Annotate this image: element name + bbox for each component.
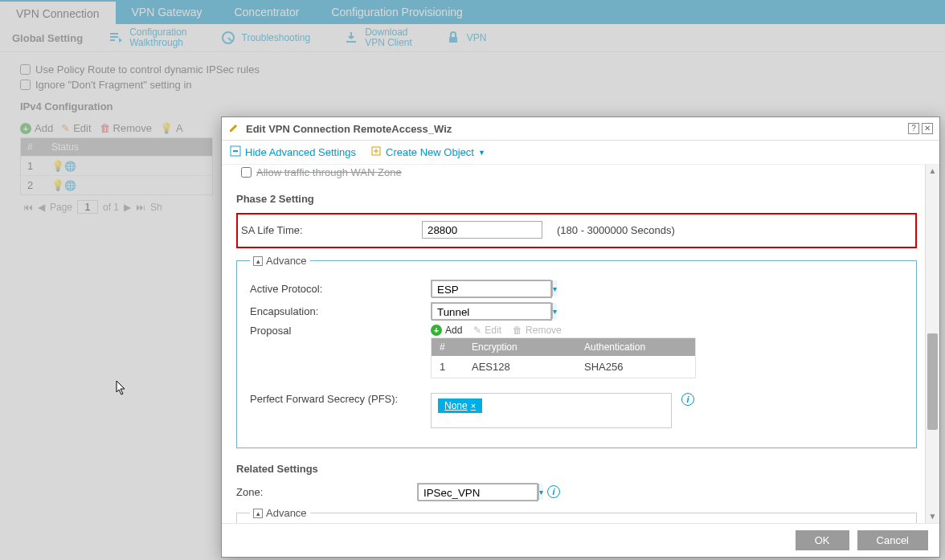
cancel-button[interactable]: Cancel xyxy=(857,530,928,550)
pfs-input[interactable]: None × xyxy=(431,393,672,428)
pfs-tag[interactable]: None × xyxy=(438,399,482,413)
create-obj-label: Create New Object xyxy=(386,146,474,158)
scroll-down-icon[interactable]: ▼ xyxy=(926,510,939,523)
sa-life-input[interactable] xyxy=(422,221,542,239)
hide-adv-label: Hide Advanced Settings xyxy=(245,146,356,158)
dialog-toolbar: Hide Advanced Settings Create New Object… xyxy=(222,141,939,165)
row-auth: SHA256 xyxy=(584,361,687,373)
new-object-icon xyxy=(370,145,382,159)
advance2-legend[interactable]: ▴ Advance xyxy=(250,507,310,519)
col-encryption: Encryption xyxy=(472,341,584,353)
edit-label: Edit xyxy=(485,325,501,336)
col-auth: Authentication xyxy=(584,341,687,353)
encapsulation-label: Encapsulation: xyxy=(250,305,431,317)
scroll-thumb[interactable] xyxy=(927,333,938,430)
edit-vpn-dialog: Edit VPN Connection RemoteAccess_Wiz ? ✕… xyxy=(221,116,940,558)
zone-select[interactable]: ▾ xyxy=(417,483,538,501)
advance-legend[interactable]: ▴ Advance xyxy=(250,255,310,267)
proposal-remove-button: 🗑Remove xyxy=(513,325,562,336)
encapsulation-value[interactable] xyxy=(432,303,552,321)
row-enc: AES128 xyxy=(472,361,584,373)
advance-fieldset: ▴ Advance Active Protocol: ▾ Encapsulati… xyxy=(236,255,917,448)
dialog-body: Allow traffic through WAN Zone Phase 2 S… xyxy=(222,165,939,523)
plus-icon: + xyxy=(431,325,442,336)
chevron-down-icon[interactable]: ▾ xyxy=(552,280,557,296)
collapse-toggle-icon[interactable]: ▴ xyxy=(253,256,263,266)
info-icon[interactable]: i xyxy=(547,485,560,498)
hide-advanced-button[interactable]: Hide Advanced Settings xyxy=(230,145,356,159)
trash-icon: 🗑 xyxy=(513,325,522,336)
edit-icon xyxy=(228,122,241,135)
row-num: 1 xyxy=(440,361,472,373)
dialog-title: Edit VPN Connection RemoteAccess_Wiz xyxy=(246,123,906,135)
chevron-down-icon[interactable]: ▾ xyxy=(552,303,557,319)
chevron-down-icon: ▼ xyxy=(478,149,485,157)
truncated-row: Allow traffic through WAN Zone xyxy=(236,166,917,178)
sa-life-label: SA Life Time: xyxy=(241,224,422,236)
col-num: # xyxy=(440,341,472,353)
pfs-value: None xyxy=(444,400,468,411)
dialog-footer: OK Cancel xyxy=(222,523,939,557)
remove-tag-icon[interactable]: × xyxy=(471,401,476,411)
create-object-button[interactable]: Create New Object ▼ xyxy=(370,145,485,159)
proposal-add-button[interactable]: +Add xyxy=(431,325,462,336)
proposal-toolbar: +Add ✎Edit 🗑Remove xyxy=(431,325,696,336)
proposal-header: # Encryption Authentication xyxy=(432,338,695,356)
scroll-up-icon[interactable]: ▲ xyxy=(926,165,939,178)
help-button[interactable]: ? xyxy=(908,123,919,134)
related-heading: Related Settings xyxy=(236,463,917,475)
active-protocol-value[interactable] xyxy=(432,280,552,298)
table-row[interactable]: 1 AES128 SHA256 xyxy=(432,356,695,378)
phase2-heading: Phase 2 Setting xyxy=(236,193,917,205)
ok-button[interactable]: OK xyxy=(796,530,849,550)
collapse-toggle-icon[interactable]: ▴ xyxy=(253,509,263,518)
active-protocol-select[interactable]: ▾ xyxy=(431,280,551,297)
proposal-table: # Encryption Authentication 1 AES128 SHA… xyxy=(431,337,696,378)
dialog-header: Edit VPN Connection RemoteAccess_Wiz ? ✕ xyxy=(222,117,939,141)
proposal-edit-button: ✎Edit xyxy=(473,325,501,336)
proposal-label: Proposal xyxy=(250,325,431,337)
vertical-scrollbar[interactable]: ▲ ▼ xyxy=(925,165,939,523)
add-label: Add xyxy=(445,325,462,336)
collapse-icon xyxy=(230,145,241,159)
pfs-label: Perfect Forward Secrecy (PFS): xyxy=(250,393,431,405)
advance2-fieldset: ▴ Advance Inbound/Outbound traffic NAT xyxy=(236,507,917,523)
info-icon[interactable]: i xyxy=(681,393,694,406)
advance-label: Advance xyxy=(266,255,307,267)
wan-traffic-label: Allow traffic through WAN Zone xyxy=(256,166,402,178)
encapsulation-select[interactable]: ▾ xyxy=(431,302,551,320)
advance-label: Advance xyxy=(266,507,307,519)
pencil-icon: ✎ xyxy=(473,325,481,336)
sa-life-hint: (180 - 3000000 Seconds) xyxy=(557,224,675,236)
highlighted-region: SA Life Time: (180 - 3000000 Seconds) xyxy=(236,213,917,248)
wan-traffic-checkbox[interactable] xyxy=(241,167,252,178)
zone-value[interactable] xyxy=(418,484,538,501)
active-protocol-label: Active Protocol: xyxy=(250,283,431,295)
chevron-down-icon[interactable]: ▾ xyxy=(538,484,543,500)
remove-label: Remove xyxy=(526,325,562,336)
zone-label: Zone: xyxy=(236,486,417,498)
close-button[interactable]: ✕ xyxy=(922,123,933,134)
